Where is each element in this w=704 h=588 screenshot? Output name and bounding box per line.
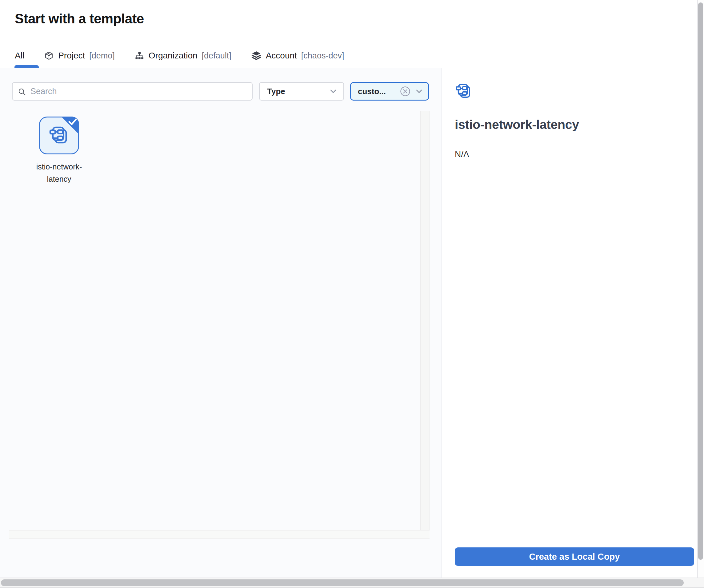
template-browser-pane: Type custo... [0, 68, 442, 578]
selected-filter-chip[interactable]: custo... [350, 82, 429, 101]
search-icon [18, 88, 26, 96]
tab-all-label: All [15, 51, 24, 61]
tab-project-scope: [demo] [89, 51, 115, 61]
workflow-template-icon [455, 82, 473, 100]
tab-account-label: Account [266, 51, 297, 61]
search-input[interactable] [13, 83, 252, 100]
type-filter-dropdown[interactable]: Type [259, 82, 344, 101]
template-details-description: N/A [455, 149, 469, 159]
template-card-name: istio-network-latency [30, 160, 88, 185]
chevron-down-icon [415, 87, 423, 95]
template-list-scrollbar[interactable] [420, 111, 429, 530]
create-as-local-copy-button[interactable]: Create as Local Copy [455, 547, 694, 566]
selected-check-badge [60, 117, 79, 136]
page-title: Start with a template [15, 11, 144, 26]
start-with-template-dialog: Start with a template All Project [demo] [0, 0, 704, 588]
layers-icon [251, 51, 261, 61]
template-card-istio-network-latency[interactable] [39, 117, 79, 154]
tab-account[interactable]: Account [chaos-dev] [251, 51, 344, 61]
tab-organization[interactable]: Organization [default] [134, 51, 231, 61]
tab-organization-label: Organization [149, 51, 197, 61]
template-list-footer [9, 530, 429, 539]
cube-icon [44, 51, 54, 61]
vertical-scrollbar-thumb[interactable] [698, 2, 703, 560]
search-box [12, 82, 253, 101]
template-details-pane: istio-network-latency N/A Create as Loca… [443, 68, 697, 578]
tab-project[interactable]: Project [demo] [44, 51, 115, 61]
horizontal-scrollbar-thumb[interactable] [1, 579, 684, 586]
template-details-title: istio-network-latency [455, 118, 579, 132]
tab-all[interactable]: All [15, 51, 24, 61]
chevron-down-icon [329, 87, 337, 95]
org-chart-icon [134, 51, 144, 61]
tab-project-label: Project [58, 51, 85, 61]
type-filter-label: Type [267, 87, 285, 96]
scope-tabs: All Project [demo] [15, 46, 344, 65]
circle-x-icon[interactable] [400, 86, 411, 97]
tab-account-scope: [chaos-dev] [301, 51, 344, 61]
tab-organization-scope: [default] [202, 51, 231, 61]
selected-filter-label: custo... [358, 87, 400, 96]
